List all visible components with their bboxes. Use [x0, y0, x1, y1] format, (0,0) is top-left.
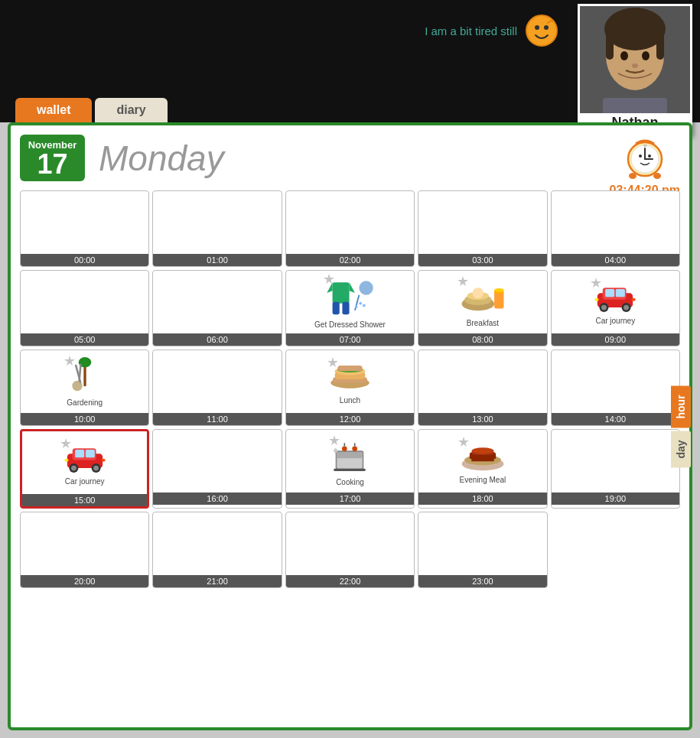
svg-point-26: [359, 281, 373, 294]
cell-time-bar: 19:00: [552, 493, 679, 505]
cell-time-bar: 21:00: [153, 575, 281, 587]
calendar-cell-0600[interactable]: 06:00: [152, 270, 282, 346]
cell-time-bar: 08:00: [418, 333, 546, 346]
alarm-clock-icon: 12: [622, 135, 668, 180]
svg-rect-66: [75, 450, 84, 457]
svg-rect-72: [64, 459, 68, 461]
svg-rect-6: [606, 29, 614, 60]
svg-point-79: [353, 446, 358, 451]
cell-content: [153, 191, 281, 254]
cell-content: Car journey: [552, 271, 679, 333]
cell-label: Get Dressed Shower: [314, 320, 386, 329]
cell-content: Breakfast: [418, 271, 546, 333]
calendar-cell-1100[interactable]: 11:00: [152, 349, 282, 426]
svg-point-14: [629, 173, 637, 179]
calendar-cell-0500[interactable]: 05:00: [20, 270, 149, 346]
cell-time-bar: 18:00: [418, 493, 546, 505]
cell-time-bar: 14:00: [552, 413, 679, 425]
svg-point-2: [544, 25, 549, 30]
nathan-face-svg: [580, 6, 690, 113]
starburst-icon: [64, 356, 75, 366]
cell-content: Car journey: [22, 431, 147, 494]
calendar-cell-1300[interactable]: 13:00: [418, 349, 547, 426]
svg-rect-90: [466, 459, 471, 461]
svg-text:12: 12: [643, 144, 647, 148]
calendar-cell-1800[interactable]: Evening Meal18:00: [418, 429, 547, 509]
calendar-grid: 00:0001:0002:0003:0004:0005:0006:00 Get …: [20, 190, 680, 588]
cell-content: [418, 512, 546, 575]
calendar-cell-0800[interactable]: Breakfast08:00: [418, 270, 547, 346]
calendar-cell-0400[interactable]: 04:00: [551, 190, 680, 267]
starburst-icon: [329, 435, 340, 446]
cell-time-bar: 22:00: [286, 575, 414, 587]
calendar-cell-1200[interactable]: Lunch12:00: [285, 349, 415, 426]
date-box: November 17: [20, 135, 85, 181]
cell-time-bar: 10:00: [21, 413, 148, 425]
calendar-cell-0900[interactable]: Car journey09:00: [551, 270, 680, 346]
top-bar: I am a bit tired still: [0, 0, 700, 122]
cell-content: [21, 512, 148, 575]
svg-point-38: [494, 288, 503, 291]
cell-label: Lunch: [340, 396, 360, 405]
calendar-cell-2200[interactable]: 22:00: [285, 512, 415, 588]
calendar-cell-0100[interactable]: 01:00: [152, 190, 282, 267]
cell-time-bar: 04:00: [552, 254, 679, 266]
svg-marker-31: [457, 276, 468, 286]
cell-time-bar: 02:00: [286, 254, 414, 266]
svg-point-78: [342, 446, 347, 451]
svg-marker-22: [324, 274, 334, 284]
starburst-icon: [457, 276, 468, 287]
cell-content: [153, 350, 281, 413]
cell-time-bar: 20:00: [21, 575, 148, 587]
calendar-cell-0200[interactable]: 02:00: [285, 190, 415, 267]
cell-content: [552, 430, 679, 493]
calendar-cell-2300[interactable]: 23:00: [418, 512, 547, 588]
svg-point-30: [363, 304, 366, 307]
day-button[interactable]: day: [671, 431, 691, 467]
cell-time-bar: 16:00: [153, 493, 281, 505]
status-area: I am a bit tired still: [425, 14, 558, 47]
calendar-cell-0700[interactable]: Get Dressed Shower07:00: [285, 270, 415, 346]
svg-rect-36: [494, 291, 503, 308]
cell-content: Cooking: [286, 430, 414, 493]
cell-time-bar: 17:00: [286, 493, 414, 505]
hour-button[interactable]: hour: [671, 385, 691, 428]
cell-content: [418, 191, 546, 254]
calendar-cell-1900[interactable]: 19:00: [551, 429, 680, 509]
calendar-cell-1700[interactable]: Cooking17:00: [285, 429, 415, 509]
svg-marker-39: [591, 278, 601, 288]
cell-content: Lunch: [286, 350, 414, 413]
cell-content: [552, 350, 679, 413]
svg-point-71: [93, 466, 99, 471]
cell-content: Gardening: [21, 350, 148, 413]
cell-content: [286, 191, 414, 254]
calendar-cell-1400[interactable]: 14:00: [551, 349, 680, 426]
calendar-cell-0300[interactable]: 03:00: [418, 190, 547, 267]
tab-wallet[interactable]: wallet: [15, 98, 92, 122]
tab-diary[interactable]: diary: [95, 98, 167, 122]
svg-point-8: [620, 51, 628, 60]
calendar-cell-2000[interactable]: 20:00: [20, 512, 149, 588]
svg-rect-91: [493, 459, 499, 461]
svg-rect-49: [632, 298, 636, 301]
svg-rect-67: [86, 450, 95, 457]
calendar-cell-1600[interactable]: 16:00: [152, 429, 282, 509]
tabs-row: wallet diary: [15, 98, 168, 122]
calendar-cell-0000[interactable]: 00:00: [20, 190, 149, 267]
starburst-icon: [324, 274, 334, 284]
svg-marker-74: [329, 435, 340, 445]
clock-area: 12 03:44:20 pm: [610, 135, 681, 197]
cell-content: [21, 191, 148, 254]
cell-time-bar: 23:00: [418, 575, 546, 587]
nathan-face: [580, 6, 690, 113]
starburst-icon: [591, 278, 601, 288]
svg-point-15: [653, 173, 661, 179]
svg-rect-12: [603, 98, 667, 113]
starburst-icon: [60, 438, 71, 449]
calendar-cell-2100[interactable]: 21:00: [152, 512, 282, 588]
cell-time-bar: 05:00: [21, 333, 148, 346]
svg-rect-55: [78, 363, 82, 381]
calendar-cell-1000[interactable]: Gardening10:00: [20, 349, 149, 426]
calendar-cell-1500[interactable]: Car journey15:00: [20, 429, 149, 509]
cell-time-bar: 09:00: [552, 333, 679, 346]
